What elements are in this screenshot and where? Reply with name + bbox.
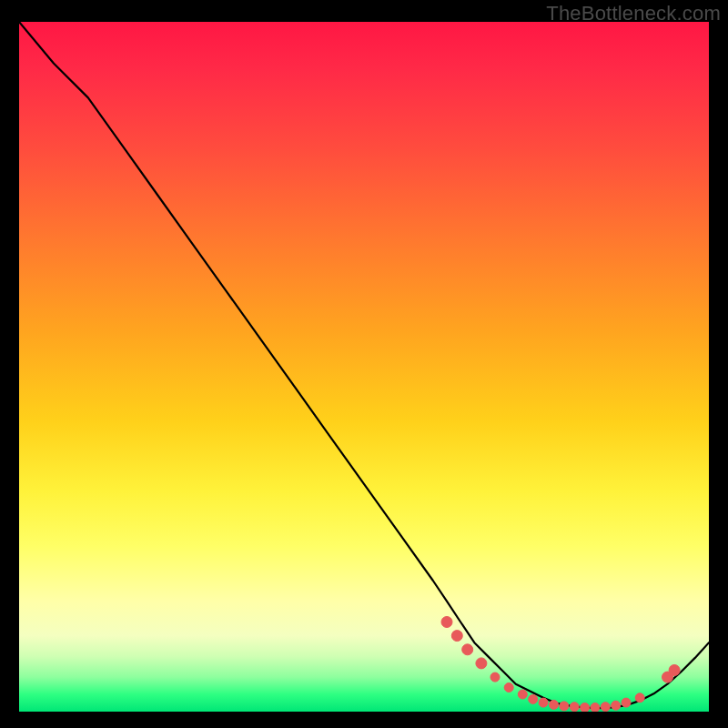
data-point-marker: [441, 617, 452, 628]
data-point-marker: [570, 703, 579, 712]
data-point-marker: [462, 644, 473, 655]
data-point-marker: [635, 693, 644, 703]
data-point-marker: [560, 702, 569, 711]
data-point-marker: [550, 700, 559, 709]
data-point-marker: [451, 631, 462, 642]
data-point-marker: [622, 698, 631, 707]
plot-area: [19, 22, 709, 712]
data-point-marker: [539, 698, 548, 707]
data-point-marker: [529, 694, 538, 703]
curve-layer: [19, 22, 709, 712]
data-point-marker: [476, 658, 487, 669]
data-point-marker: [591, 703, 600, 713]
chart-frame: TheBottleneck.com: [0, 0, 728, 728]
data-point-marker: [601, 703, 610, 712]
data-point-marker: [581, 703, 590, 713]
data-point-marker: [490, 672, 500, 682]
watermark-text: TheBottleneck.com: [546, 2, 721, 25]
curve-markers: [441, 617, 680, 713]
data-point-marker: [518, 690, 527, 699]
data-point-marker: [612, 701, 621, 710]
bottleneck-curve: [19, 22, 709, 708]
data-point-marker: [669, 665, 680, 676]
data-point-marker: [504, 683, 513, 693]
